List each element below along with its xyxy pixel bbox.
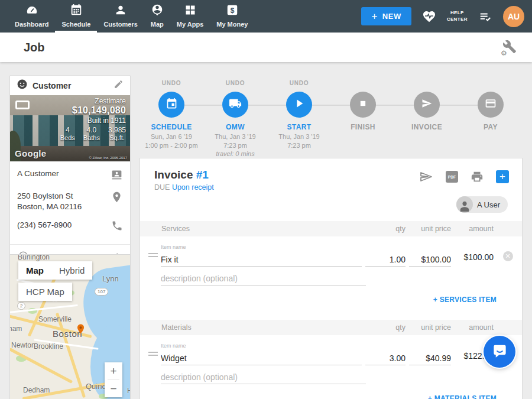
add-materials-item-link[interactable]: + MATERIALS ITEM (140, 394, 522, 399)
nav-dashboard[interactable]: Dashboard (8, 0, 55, 33)
beds-value: 4 (60, 126, 75, 134)
close-icon[interactable]: ✕ (503, 251, 513, 261)
undo-omw[interactable]: UNDO (226, 80, 245, 88)
undo-schedule[interactable]: UNDO (162, 80, 181, 88)
service-unit-price-input[interactable] (409, 252, 451, 267)
map-zoom-control: + − (105, 362, 122, 397)
nav-schedule-label: Schedule (61, 21, 90, 28)
health-heart-icon[interactable] (421, 9, 437, 24)
add-services-item-link[interactable]: + SERVICES ITEM (140, 296, 522, 304)
baths-value: 4.0 (83, 126, 100, 134)
title-bar: Job ⚙ (0, 33, 532, 62)
zoom-in-button[interactable]: + (105, 362, 122, 379)
help-line1: HELP (447, 10, 468, 16)
nav-my-money[interactable]: $ My Money (210, 0, 254, 33)
new-button[interactable]: + NEW (361, 7, 411, 25)
start-step-button[interactable] (286, 92, 312, 118)
page-title: Job (24, 41, 45, 54)
sqft-label: Sq.ft. (108, 134, 126, 141)
step-omw: UNDO OMW Thu, Jan 3 '197:23 pmtravel: 0 … (203, 80, 267, 158)
pay-step-button[interactable] (478, 92, 504, 118)
help-center-link[interactable]: HELP CENTER (447, 10, 468, 22)
invoice-step-button[interactable] (414, 92, 440, 118)
materials-title: Materials (161, 323, 365, 332)
nav-customers-label: Customers (103, 21, 137, 28)
assignee-avatar-icon (456, 196, 473, 213)
omw-step-button[interactable] (222, 92, 248, 118)
nav-map-label: Map (151, 21, 164, 28)
customer-address-row: 250 Boylston StBoston, MA 02116 (17, 191, 123, 212)
step-invoice: INVOICE (395, 80, 459, 158)
truck-icon (229, 97, 242, 112)
service-name-input[interactable] (161, 252, 362, 267)
help-line2: CENTER (447, 17, 468, 22)
nav-customers[interactable]: Customers (97, 0, 144, 33)
service-amount: $100.00 (455, 252, 494, 267)
assignee-chip[interactable]: A User (456, 196, 508, 213)
invoice-number[interactable]: #1 (196, 168, 209, 181)
amount-column-header: amount (455, 323, 494, 332)
job-tools-icon[interactable]: ⚙ (502, 40, 518, 55)
customer-details: A Customer 250 Boylston StBoston, MA 021… (10, 161, 130, 244)
step-schedule: UNDO SCHEDULE Sun, Jan 6 '191:00 pm - 2:… (140, 80, 203, 158)
contact-card-icon[interactable] (111, 168, 123, 183)
photo-frame-icon[interactable] (15, 100, 30, 109)
nav-right-controls: + NEW HELP CENTER AU (361, 0, 532, 33)
materials-item-row: Item name $122.97 ✕ (140, 343, 522, 365)
map-label-somerville: Somerville (38, 315, 72, 323)
location-pin-icon[interactable] (111, 191, 123, 212)
send-invoice-icon[interactable] (419, 170, 433, 184)
travel-time: travel: 0 mins (216, 150, 254, 157)
print-icon[interactable] (471, 170, 484, 183)
nav-schedule[interactable]: Schedule (55, 0, 97, 33)
zestimate-overlay: Zestimate $10,149,080 Built in 1911 4Bed… (60, 97, 126, 141)
map-label-brookline: Brookline (34, 342, 63, 351)
user-avatar[interactable]: AU (503, 6, 524, 27)
zoom-out-button[interactable]: − (105, 380, 122, 397)
map-label-burlington: Burlington (18, 254, 50, 261)
due-value[interactable]: Upon receipt (172, 183, 214, 192)
chat-launcher-button[interactable] (484, 336, 515, 368)
checklist-icon[interactable] (478, 10, 493, 23)
nav-map[interactable]: Map (144, 0, 170, 33)
material-description-input[interactable] (161, 370, 366, 384)
invoice-header: Invoice #1 DUE Upon receipt PDF + (140, 158, 522, 192)
material-unit-price-input[interactable] (409, 351, 451, 365)
add-invoice-item-button[interactable]: + (496, 170, 509, 183)
address-line1: 250 Boylston St (17, 192, 73, 200)
finish-step-button[interactable] (350, 92, 376, 118)
calendar-icon (70, 4, 83, 19)
baths-label: Baths (83, 134, 100, 141)
undo-start[interactable]: UNDO (290, 80, 309, 88)
route-107-shield: 107 (95, 288, 108, 296)
schedule-step-button[interactable] (158, 92, 184, 118)
edit-pencil-icon[interactable] (113, 79, 124, 92)
job-map-pin[interactable] (75, 323, 86, 337)
map-type-hybrid[interactable]: Hybrid (51, 261, 92, 280)
sqft-value: 3,985 (108, 126, 126, 134)
property-photo[interactable]: Zestimate $10,149,080 Built in 1911 4Bed… (10, 95, 130, 161)
map-label-newton: Newton (11, 341, 35, 349)
zillow-copyright: © Zillow, Inc. 2006-2017 (89, 156, 127, 160)
drag-handle-icon[interactable] (148, 251, 158, 259)
phone-icon[interactable] (111, 220, 123, 234)
stop-icon (357, 98, 369, 112)
drag-handle-icon[interactable] (148, 350, 158, 358)
map-type-map[interactable]: Map (18, 261, 51, 280)
nav-my-apps[interactable]: My Apps (170, 0, 210, 33)
top-nav: Dashboard Schedule Customers Map My Apps… (0, 0, 532, 33)
hcp-map-button[interactable]: HCP Map (18, 283, 72, 301)
map-card[interactable]: Burlington Lynn Somerville ham Boston Ne… (9, 254, 131, 399)
google-watermark: Google (15, 148, 46, 158)
customer-face-icon (17, 79, 28, 92)
material-name-input[interactable] (161, 351, 362, 365)
amount-column-header: amount (455, 225, 494, 233)
invoice-label: INVOICE (411, 123, 442, 131)
pdf-icon[interactable]: PDF (446, 171, 458, 183)
service-qty-input[interactable] (365, 252, 406, 267)
material-qty-input[interactable] (365, 351, 406, 365)
route-2-shield: 2 (17, 302, 25, 310)
assignee-name: A User (477, 200, 500, 209)
service-description-input[interactable] (161, 271, 366, 286)
pay-label: PAY (484, 123, 498, 131)
